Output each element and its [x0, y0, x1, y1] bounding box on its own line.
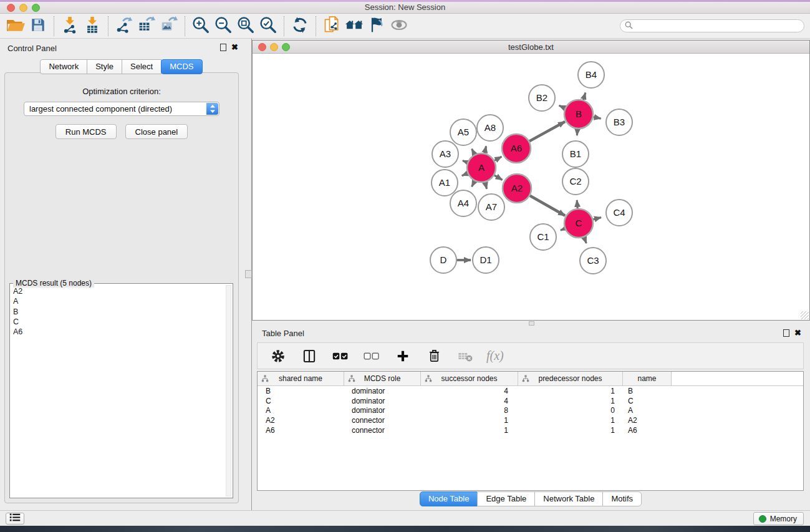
apply-layout-button[interactable] [289, 15, 311, 37]
table-cell[interactable]: A [258, 406, 344, 415]
graph-node-A3[interactable]: A3 [432, 141, 458, 167]
table-cell[interactable]: connector [344, 426, 421, 435]
search-input[interactable] [635, 21, 804, 31]
edge-A-A6[interactable] [494, 157, 501, 160]
graph-node-A1[interactable]: A1 [432, 170, 458, 196]
edge-A-A3[interactable] [463, 161, 468, 163]
graph-node-A4[interactable]: A4 [450, 190, 476, 216]
edge-A2-C[interactable] [530, 196, 565, 216]
graph-node-A[interactable]: A [467, 153, 496, 182]
export-network-button[interactable] [113, 15, 135, 37]
table-cell[interactable]: A2 [258, 416, 344, 425]
show-hide-panel-button[interactable] [388, 15, 410, 37]
export-image-button[interactable] [158, 15, 180, 37]
float-table-panel-icon[interactable] [783, 329, 789, 337]
tab-style[interactable]: Style [87, 59, 122, 74]
result-item[interactable]: C [13, 317, 224, 327]
import-table-button[interactable] [81, 15, 104, 37]
column-header-MCDS-role[interactable]: MCDS role [344, 372, 421, 385]
memory-button[interactable]: Memory [753, 512, 804, 525]
edge-A-A2[interactable] [494, 175, 503, 180]
table-cell[interactable]: A [623, 406, 672, 415]
zoom-in-button[interactable] [190, 15, 212, 37]
table-cell[interactable]: C [623, 397, 672, 405]
table-cell[interactable]: 0 [518, 406, 623, 415]
delete-table-button[interactable] [454, 345, 476, 367]
table-cell[interactable]: B [258, 387, 344, 395]
deselect-all-button[interactable] [360, 345, 383, 367]
network-from-selection-button[interactable] [321, 15, 343, 37]
result-item[interactable]: A [13, 296, 224, 306]
select-all-button[interactable] [329, 345, 352, 367]
table-cell[interactable]: 1 [421, 426, 518, 435]
table-cell[interactable]: 4 [421, 387, 518, 395]
column-header-name[interactable]: name [623, 372, 672, 385]
save-session-button[interactable] [27, 15, 49, 37]
table-cell[interactable]: connector [344, 416, 421, 425]
close-panel-button[interactable]: Close panel [125, 124, 188, 139]
edge-B-B4[interactable] [583, 93, 586, 100]
function-builder-button[interactable]: f(x) [485, 349, 504, 363]
toolbar-search[interactable] [620, 19, 804, 32]
edge-A6-B[interactable] [529, 122, 565, 141]
table-cell[interactable]: dominator [344, 387, 421, 395]
graph-node-B3[interactable]: B3 [606, 109, 632, 135]
edge-C-C3[interactable] [584, 237, 587, 243]
table-cell[interactable]: dominator [344, 406, 421, 415]
column-header-successor-nodes[interactable]: successor nodes [421, 372, 518, 385]
zoom-out-button[interactable] [212, 15, 234, 37]
first-neighbors-button[interactable] [343, 15, 365, 37]
node-table[interactable]: shared nameMCDS rolesuccessor nodesprede… [257, 371, 804, 491]
edge-C-C4[interactable] [593, 218, 601, 220]
graph-node-C[interactable]: C [564, 209, 593, 238]
tab-motifs[interactable]: Motifs [602, 491, 642, 506]
graphics-details-button[interactable] [365, 15, 388, 37]
table-cell[interactable]: 8 [421, 406, 518, 415]
network-canvas[interactable]: B4B2BB3A8A5A6A3B1AC2A1A2A4A7C4CC1DC3D1 [253, 54, 809, 320]
graph-node-C3[interactable]: C3 [580, 248, 606, 274]
graph-node-B[interactable]: B [564, 100, 593, 128]
zoom-fit-button[interactable] [234, 15, 257, 37]
edge-C-C2[interactable] [577, 200, 577, 208]
table-cell[interactable]: 1 [518, 426, 623, 435]
result-item[interactable]: A6 [13, 327, 224, 337]
table-row[interactable]: Adominator80A [258, 406, 803, 416]
result-list-scrollbar[interactable] [226, 285, 231, 496]
edge-A-A4[interactable] [472, 181, 475, 186]
table-cell[interactable]: 1 [421, 416, 518, 425]
table-row[interactable]: Bdominator41B [258, 386, 803, 396]
graph-node-A6[interactable]: A6 [502, 134, 531, 163]
tab-network[interactable]: Network [40, 59, 87, 74]
graph-node-A5[interactable]: A5 [450, 119, 476, 145]
graph-node-D1[interactable]: D1 [473, 247, 499, 273]
table-settings-button[interactable] [267, 345, 289, 367]
graph-node-C4[interactable]: C4 [606, 200, 632, 226]
tab-mcds[interactable]: MCDS [161, 59, 202, 74]
table-row[interactable]: Cdominator41C [258, 396, 803, 406]
close-panel-icon[interactable]: ✖ [231, 44, 238, 51]
float-panel-icon[interactable] [220, 44, 226, 51]
graph-node-C2[interactable]: C2 [562, 168, 589, 195]
table-cell[interactable]: 1 [518, 397, 623, 405]
graph-node-B1[interactable]: B1 [562, 141, 589, 167]
result-item[interactable]: A2 [13, 286, 224, 296]
delete-column-button[interactable] [423, 345, 445, 367]
edge-B-B2[interactable] [559, 105, 566, 108]
show-columns-button[interactable] [298, 345, 321, 367]
panel-divider-grip[interactable] [245, 270, 252, 278]
edge-A-A1[interactable] [462, 173, 468, 176]
graph-node-A8[interactable]: A8 [477, 115, 503, 141]
graph-node-D[interactable]: D [430, 247, 456, 273]
zoom-selected-button[interactable] [257, 15, 279, 37]
edge-B-B3[interactable] [594, 117, 601, 118]
export-table-button[interactable] [135, 15, 158, 37]
table-cell[interactable]: A6 [258, 426, 344, 435]
graph-node-B2[interactable]: B2 [529, 85, 555, 111]
edge-A-A8[interactable] [485, 146, 486, 153]
run-mcds-button[interactable]: Run MCDS [55, 124, 117, 139]
table-row[interactable]: A2connector11A2 [258, 415, 803, 425]
edge-A-A5[interactable] [472, 149, 475, 155]
table-cell[interactable]: dominator [344, 397, 421, 405]
table-cell[interactable]: 1 [518, 416, 623, 425]
table-cell[interactable]: 4 [421, 397, 518, 405]
